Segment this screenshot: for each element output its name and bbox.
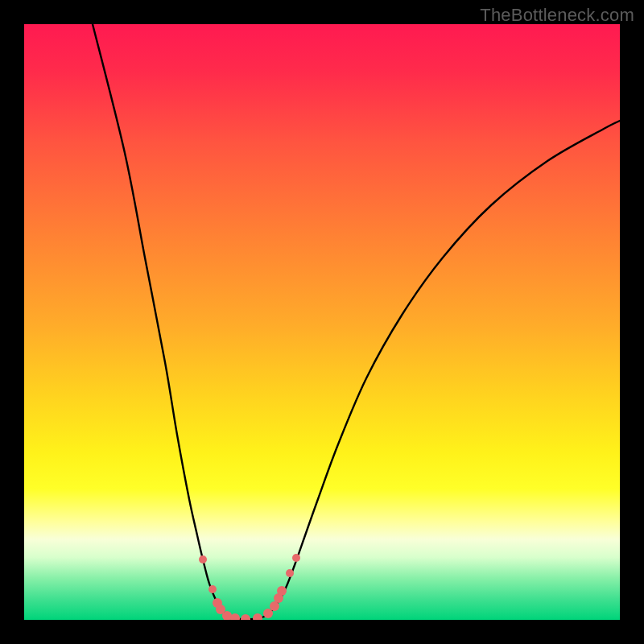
curve-marker	[253, 613, 262, 620]
watermark-text: TheBottleneck.com	[480, 5, 634, 26]
curve-layer	[24, 24, 620, 620]
curve-marker	[199, 555, 207, 564]
curve-markers	[199, 554, 300, 620]
curve-marker	[277, 586, 287, 596]
curve-marker	[241, 614, 250, 620]
plot-area	[24, 24, 620, 620]
chart-frame: TheBottleneck.com	[0, 0, 644, 644]
bottleneck-curve	[93, 24, 620, 619]
curve-marker	[286, 569, 294, 577]
curve-marker	[263, 609, 273, 618]
curve-marker	[208, 585, 217, 593]
curve-marker	[230, 613, 240, 620]
curve-marker	[292, 554, 300, 562]
